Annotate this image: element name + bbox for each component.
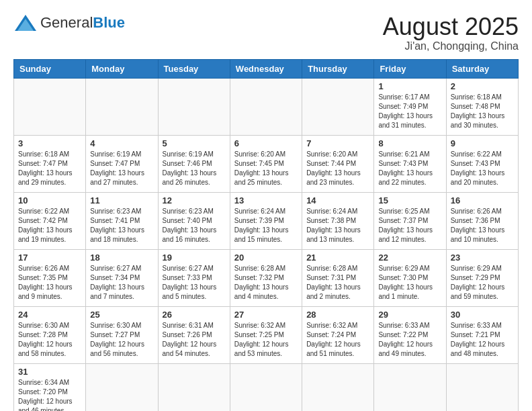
- weekday-header-tuesday: Tuesday: [158, 59, 230, 78]
- day-info: Sunrise: 6:20 AM Sunset: 7:45 PM Dayligh…: [234, 150, 298, 187]
- day-info: Sunrise: 6:31 AM Sunset: 7:26 PM Dayligh…: [163, 321, 226, 359]
- day-number: 29: [378, 310, 441, 320]
- calendar-row: 31Sunrise: 6:34 AM Sunset: 7:20 PM Dayli…: [14, 363, 519, 411]
- day-number: 8: [378, 138, 441, 148]
- location: Ji'an, Chongqing, China: [383, 40, 519, 52]
- day-number: 26: [163, 310, 226, 320]
- day-info: Sunrise: 6:24 AM Sunset: 7:38 PM Dayligh…: [306, 207, 369, 244]
- calendar-cell: [230, 78, 302, 135]
- day-number: 22: [378, 253, 441, 263]
- calendar-cell: 5Sunrise: 6:19 AM Sunset: 7:46 PM Daylig…: [158, 135, 230, 192]
- calendar-cell: 16Sunrise: 6:26 AM Sunset: 7:36 PM Dayli…: [446, 192, 518, 249]
- header: GeneralBlue August 2025 Ji'an, Chongqing…: [13, 13, 519, 52]
- day-number: 9: [451, 138, 514, 148]
- calendar-cell: [446, 363, 518, 411]
- day-number: 12: [163, 195, 226, 205]
- day-info: Sunrise: 6:22 AM Sunset: 7:43 PM Dayligh…: [451, 150, 514, 187]
- day-number: 19: [163, 253, 226, 263]
- calendar-cell: 26Sunrise: 6:31 AM Sunset: 7:26 PM Dayli…: [158, 306, 230, 363]
- weekday-header-thursday: Thursday: [302, 59, 374, 78]
- day-number: 2: [451, 81, 514, 91]
- day-info: Sunrise: 6:26 AM Sunset: 7:35 PM Dayligh…: [18, 264, 81, 302]
- calendar-cell: 6Sunrise: 6:20 AM Sunset: 7:45 PM Daylig…: [230, 135, 302, 192]
- day-number: 15: [378, 195, 441, 205]
- day-info: Sunrise: 6:23 AM Sunset: 7:41 PM Dayligh…: [90, 207, 153, 244]
- day-info: Sunrise: 6:23 AM Sunset: 7:40 PM Dayligh…: [163, 207, 226, 244]
- logo-icon: [13, 13, 38, 32]
- calendar-cell: [158, 78, 230, 135]
- day-info: Sunrise: 6:20 AM Sunset: 7:44 PM Dayligh…: [306, 150, 369, 187]
- day-number: 16: [451, 195, 514, 205]
- weekday-header-friday: Friday: [374, 59, 446, 78]
- day-info: Sunrise: 6:27 AM Sunset: 7:33 PM Dayligh…: [163, 264, 226, 302]
- calendar-cell: 10Sunrise: 6:22 AM Sunset: 7:42 PM Dayli…: [14, 192, 86, 249]
- calendar-cell: 21Sunrise: 6:28 AM Sunset: 7:31 PM Dayli…: [302, 249, 374, 306]
- day-number: 27: [234, 310, 298, 320]
- day-number: 13: [234, 195, 298, 205]
- day-info: Sunrise: 6:30 AM Sunset: 7:27 PM Dayligh…: [90, 321, 153, 359]
- day-info: Sunrise: 6:24 AM Sunset: 7:39 PM Dayligh…: [234, 207, 298, 244]
- calendar-cell: [14, 78, 86, 135]
- calendar-row: 17Sunrise: 6:26 AM Sunset: 7:35 PM Dayli…: [14, 249, 519, 306]
- day-info: Sunrise: 6:19 AM Sunset: 7:46 PM Dayligh…: [163, 150, 226, 187]
- calendar-cell: 24Sunrise: 6:30 AM Sunset: 7:28 PM Dayli…: [14, 306, 86, 363]
- day-number: 25: [90, 310, 153, 320]
- day-info: Sunrise: 6:28 AM Sunset: 7:31 PM Dayligh…: [306, 264, 369, 302]
- calendar-cell: 13Sunrise: 6:24 AM Sunset: 7:39 PM Dayli…: [230, 192, 302, 249]
- title-area: August 2025 Ji'an, Chongqing, China: [383, 13, 519, 52]
- calendar-cell: 28Sunrise: 6:32 AM Sunset: 7:24 PM Dayli…: [302, 306, 374, 363]
- weekday-header-monday: Monday: [86, 59, 158, 78]
- day-number: 6: [234, 138, 298, 148]
- day-info: Sunrise: 6:18 AM Sunset: 7:48 PM Dayligh…: [451, 93, 514, 130]
- day-info: Sunrise: 6:29 AM Sunset: 7:30 PM Dayligh…: [378, 264, 441, 302]
- calendar-cell: 8Sunrise: 6:21 AM Sunset: 7:43 PM Daylig…: [374, 135, 446, 192]
- calendar-cell: 15Sunrise: 6:25 AM Sunset: 7:37 PM Dayli…: [374, 192, 446, 249]
- calendar-cell: [302, 363, 374, 411]
- calendar-cell: 29Sunrise: 6:33 AM Sunset: 7:22 PM Dayli…: [374, 306, 446, 363]
- calendar-cell: 1Sunrise: 6:17 AM Sunset: 7:49 PM Daylig…: [374, 78, 446, 135]
- calendar-cell: 25Sunrise: 6:30 AM Sunset: 7:27 PM Dayli…: [86, 306, 158, 363]
- logo-text: GeneralBlue: [40, 15, 125, 30]
- calendar-row: 3Sunrise: 6:18 AM Sunset: 7:47 PM Daylig…: [14, 135, 519, 192]
- calendar-cell: 18Sunrise: 6:27 AM Sunset: 7:34 PM Dayli…: [86, 249, 158, 306]
- calendar-cell: 12Sunrise: 6:23 AM Sunset: 7:40 PM Dayli…: [158, 192, 230, 249]
- day-info: Sunrise: 6:26 AM Sunset: 7:36 PM Dayligh…: [451, 207, 514, 244]
- logo: GeneralBlue: [13, 13, 125, 32]
- day-number: 14: [306, 195, 369, 205]
- day-number: 21: [306, 253, 369, 263]
- day-number: 5: [163, 138, 226, 148]
- calendar-row: 24Sunrise: 6:30 AM Sunset: 7:28 PM Dayli…: [14, 306, 519, 363]
- day-info: Sunrise: 6:28 AM Sunset: 7:32 PM Dayligh…: [234, 264, 298, 302]
- calendar-cell: 27Sunrise: 6:32 AM Sunset: 7:25 PM Dayli…: [230, 306, 302, 363]
- calendar-cell: [230, 363, 302, 411]
- month-title: August 2025: [383, 13, 519, 40]
- calendar-cell: 2Sunrise: 6:18 AM Sunset: 7:48 PM Daylig…: [446, 78, 518, 135]
- weekday-header-saturday: Saturday: [446, 59, 518, 78]
- calendar-cell: [302, 78, 374, 135]
- calendar-row: 10Sunrise: 6:22 AM Sunset: 7:42 PM Dayli…: [14, 192, 519, 249]
- day-info: Sunrise: 6:30 AM Sunset: 7:28 PM Dayligh…: [18, 321, 81, 359]
- day-number: 24: [18, 310, 81, 320]
- day-number: 7: [306, 138, 369, 148]
- day-number: 30: [451, 310, 514, 320]
- day-info: Sunrise: 6:27 AM Sunset: 7:34 PM Dayligh…: [90, 264, 153, 302]
- day-info: Sunrise: 6:21 AM Sunset: 7:43 PM Dayligh…: [378, 150, 441, 187]
- calendar-cell: 22Sunrise: 6:29 AM Sunset: 7:30 PM Dayli…: [374, 249, 446, 306]
- day-number: 3: [18, 138, 81, 148]
- day-info: Sunrise: 6:19 AM Sunset: 7:47 PM Dayligh…: [90, 150, 153, 187]
- weekday-header-wednesday: Wednesday: [230, 59, 302, 78]
- day-number: 10: [18, 195, 81, 205]
- calendar-cell: [86, 363, 158, 411]
- day-info: Sunrise: 6:17 AM Sunset: 7:49 PM Dayligh…: [378, 93, 441, 130]
- day-info: Sunrise: 6:32 AM Sunset: 7:24 PM Dayligh…: [306, 321, 369, 359]
- calendar-cell: [158, 363, 230, 411]
- calendar-cell: 23Sunrise: 6:29 AM Sunset: 7:29 PM Dayli…: [446, 249, 518, 306]
- calendar-cell: 14Sunrise: 6:24 AM Sunset: 7:38 PM Dayli…: [302, 192, 374, 249]
- weekday-header-row: SundayMondayTuesdayWednesdayThursdayFrid…: [14, 59, 519, 78]
- calendar-cell: 30Sunrise: 6:33 AM Sunset: 7:21 PM Dayli…: [446, 306, 518, 363]
- calendar-cell: 17Sunrise: 6:26 AM Sunset: 7:35 PM Dayli…: [14, 249, 86, 306]
- calendar-cell: 4Sunrise: 6:19 AM Sunset: 7:47 PM Daylig…: [86, 135, 158, 192]
- day-number: 28: [306, 310, 369, 320]
- day-info: Sunrise: 6:22 AM Sunset: 7:42 PM Dayligh…: [18, 207, 81, 244]
- weekday-header-sunday: Sunday: [14, 59, 86, 78]
